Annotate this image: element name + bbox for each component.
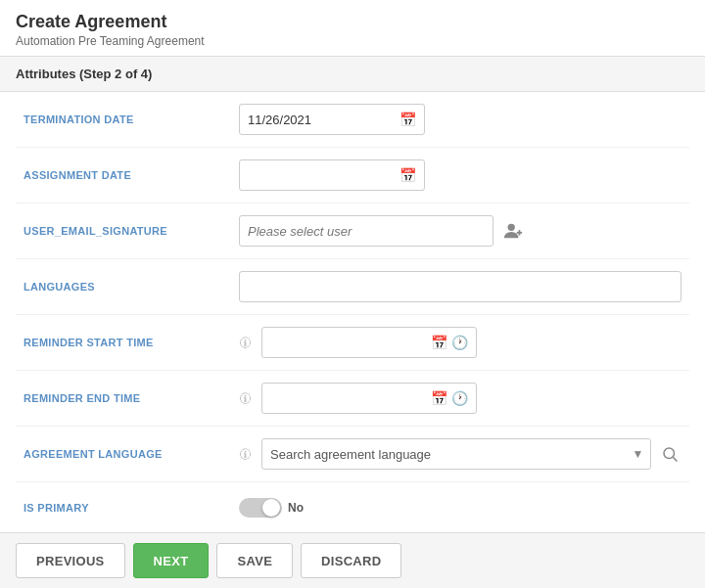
previous-button[interactable]: PREVIOUS (16, 543, 125, 578)
step-bar: Attributes (Step 2 of 4) (0, 57, 705, 92)
magnify-icon-lang[interactable] (657, 440, 682, 468)
page-title: Create Agreement (16, 12, 689, 32)
field-is-primary: IS PRIMARY No (16, 482, 689, 532)
control-termination-date: 📅 (239, 104, 682, 135)
control-reminder-start-time: 🛈 📅 🕐 (239, 327, 682, 358)
datetime-wrap-start[interactable]: 📅 🕐 (261, 327, 477, 358)
page-subtitle: Automation Pre Teaming Agreement (16, 34, 689, 48)
calendar-icon-assignment[interactable]: 📅 (400, 167, 416, 183)
languages-input[interactable] (239, 271, 682, 302)
field-reminder-end-time: REMINDER END TIME 🛈 📅 🕐 (16, 371, 689, 427)
termination-date-input[interactable] (248, 113, 400, 127)
clock-icon-start[interactable]: 🕐 (451, 335, 468, 350)
agreement-language-select[interactable]: Search agreement language (261, 438, 651, 470)
toggle-switch-is-primary[interactable] (239, 498, 282, 518)
svg-point-3 (664, 448, 675, 459)
next-button[interactable]: NEXT (133, 543, 210, 578)
label-reminder-end-time: REMINDER END TIME (24, 392, 239, 404)
label-user-email-signature: USER_EMAIL_SIGNATURE (24, 225, 239, 237)
info-icon-lang: 🛈 (239, 447, 252, 462)
control-reminder-end-time: 🛈 📅 🕐 (239, 383, 682, 414)
control-agreement-language: 🛈 Search agreement language ▼ (239, 438, 682, 470)
add-user-icon[interactable] (499, 217, 527, 245)
control-languages (239, 271, 682, 302)
label-languages: LANGUAGES (24, 281, 239, 293)
user-select-wrap (239, 215, 527, 247)
info-icon-start: 🛈 (239, 336, 252, 350)
toggle-value-label: No (288, 501, 304, 515)
datetime-wrap-end[interactable]: 📅 🕐 (261, 383, 477, 414)
label-assignment-date: ASSIGNMENT DATE (24, 169, 239, 181)
field-termination-date: TERMINATION DATE 📅 (16, 92, 689, 148)
label-agreement-language: AGREEMENT LANGUAGE (24, 448, 239, 460)
reminder-end-date-input[interactable] (270, 391, 431, 406)
date-input-wrap-assignment[interactable]: 📅 (239, 159, 425, 191)
control-user-email-signature (239, 215, 682, 247)
user-email-input[interactable] (239, 215, 494, 247)
svg-line-4 (673, 457, 677, 461)
page-header: Create Agreement Automation Pre Teaming … (0, 0, 705, 57)
calendar-icon-termination[interactable]: 📅 (400, 112, 416, 127)
info-icon-end: 🛈 (239, 391, 252, 406)
label-termination-date: TERMINATION DATE (24, 113, 239, 125)
reminder-start-date-input[interactable] (270, 336, 431, 350)
toggle-is-primary[interactable]: No (239, 498, 304, 518)
main-content: TERMINATION DATE 📅 ASSIGNMENT DATE 📅 USE… (0, 92, 705, 532)
label-reminder-start-time: REMINDER START TIME (24, 337, 239, 348)
field-reminder-start-time: REMINDER START TIME 🛈 📅 🕐 (16, 315, 689, 371)
toggle-knob (262, 499, 280, 517)
clock-icon-end[interactable]: 🕐 (451, 390, 468, 406)
discard-button[interactable]: DISCARD (301, 543, 401, 578)
label-is-primary: IS PRIMARY (24, 502, 239, 514)
date-input-wrap-termination[interactable]: 📅 (239, 104, 425, 135)
step-label: Attributes (Step 2 of 4) (16, 67, 152, 81)
assignment-date-input[interactable] (248, 168, 400, 183)
field-agreement-language: AGREEMENT LANGUAGE 🛈 Search agreement la… (16, 427, 689, 482)
field-user-email-signature: USER_EMAIL_SIGNATURE (16, 204, 689, 259)
calendar-icon-end[interactable]: 📅 (431, 390, 447, 406)
control-assignment-date: 📅 (239, 159, 682, 191)
calendar-icon-start[interactable]: 📅 (431, 335, 447, 350)
control-is-primary: No (239, 498, 682, 518)
save-button[interactable]: SAVE (216, 543, 293, 578)
field-assignment-date: ASSIGNMENT DATE 📅 (16, 148, 689, 204)
agreement-language-select-wrap: Search agreement language ▼ (261, 438, 651, 470)
field-languages: LANGUAGES (16, 259, 689, 315)
footer: PREVIOUS NEXT SAVE DISCARD (0, 532, 705, 588)
svg-point-0 (508, 224, 515, 231)
